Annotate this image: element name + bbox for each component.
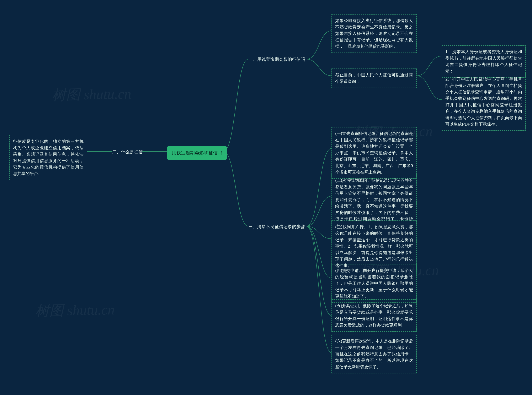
branch-2-leaf: 征信就是专业化的、独立的第三方机构为个人或企业建立信用档案，依法采集、客观记录其… [9,135,87,180]
watermark: 树图 shutu.cn [52,84,131,105]
branch-1[interactable]: 一、用钱宝逾期会影响征信吗 [248,56,305,63]
branch-3-leaf-5: (五)开具证明。删除了这个记录之后，如果你是立马要贷款或是办事，那么你就要求银行… [331,299,417,332]
branch-3-leaf-6: (六)更新后再次查询。本人是在删除记录后一个月左右再去查询记录，已经消除了。而且… [331,335,417,373]
mindmap-root[interactable]: 用钱宝逾期会影响征信吗 [167,146,227,160]
branch-1-leaf-a: 如果公司有接入央行征信系统，那借款人不还贷款肯定会产生不良信用记录。反之如果未接… [331,14,417,53]
branch-1-leaf-b-2: 2、打开中国人民征信中心官网，手机号配合身份证注册账户，在个人查询专栏提交个人征… [442,73,526,131]
watermark: 树图 shutu.cn [35,300,115,321]
branch-3-leaf-1: (一)首先查询征信记录。征信记录的查询是在中国人民银行。所有的银行征信记录都是传… [331,127,417,179]
branch-2[interactable]: 二、什么是征信 [112,149,143,155]
branch-1-leaf-b: 截止目前，中国人民个人征信可以通过两个渠道查询： [331,68,417,88]
branch-3[interactable]: 三、消除不良征信记录的步骤 [248,223,305,230]
branch-3-leaf-4: (四)提交申请。向开户行提交申请，我个人的经验就是当时当着我的面把记录删除了，但… [331,264,417,303]
